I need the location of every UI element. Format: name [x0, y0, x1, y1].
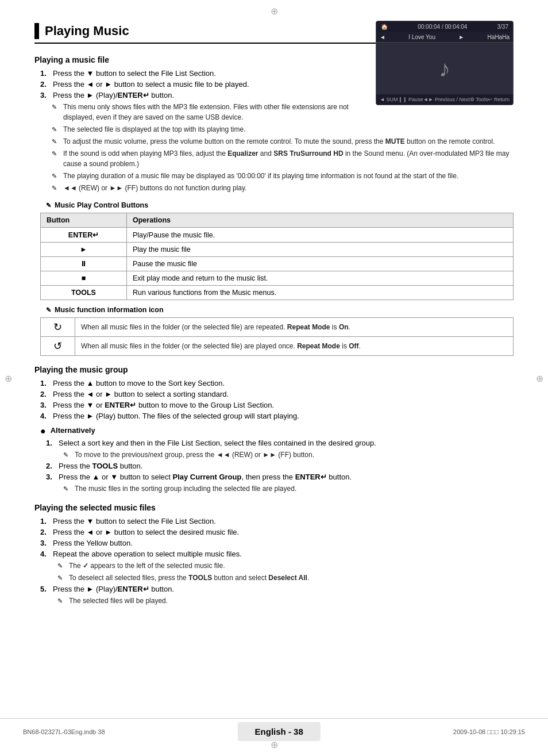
music-icon-table-header: ✎ Music function information icon	[46, 306, 514, 314]
alt-note-item-2: ✎ The music files in the sorting group i…	[63, 483, 514, 494]
screenshot-next-btn: ►	[458, 34, 464, 40]
sel-step-5-list: 5. Press the ► (Play)/ENTER↵ button.	[40, 585, 514, 593]
table-row: ► Play the music file	[41, 243, 514, 257]
page-title: Playing Music	[45, 24, 129, 39]
screenshot-song-title: I Love You	[408, 34, 435, 40]
alt-note-2: ✎ The music files in the sorting group i…	[63, 483, 514, 494]
screenshot-pause: ❙❙ Pause	[398, 97, 423, 102]
screenshot-sum: ◄ SUM	[380, 97, 398, 102]
alternatively-header: ● Alternatively	[40, 426, 514, 436]
table-row: ENTER↵ Play/Pause the music file.	[41, 228, 514, 243]
screenshot-return: ↩ Return	[488, 97, 510, 102]
screenshot-page: 3/37	[497, 24, 508, 30]
section-playing-selected-title: Playing the selected music files	[34, 503, 514, 512]
group-step-3: 3. Press the ▼ or ENTER↵ button to move …	[40, 401, 514, 409]
screenshot-home-icon: 🏠	[381, 24, 388, 30]
alt-step-3: 3. Press the ▲ or ▼ button to select Pla…	[46, 473, 514, 481]
right-crosshair-icon: ⊕	[536, 373, 543, 383]
music-note-icon: ♪	[439, 56, 450, 82]
alt-steps-2-3: 2. Press the TOOLS button. 3. Press the …	[46, 462, 514, 481]
screenshot-mockup: 🏠 00:00:04 / 00:04:04 3/37 ◄ I Love You …	[376, 21, 514, 105]
table-row: ⏸ Pause the music file	[41, 257, 514, 271]
header-accent-bar	[34, 23, 39, 39]
table-row: ↺ When all music files in the folder (or…	[41, 337, 514, 356]
playing-selected-steps: 1. Press the ▼ button to select the File…	[40, 517, 514, 558]
note-3: ✎ To adjust the music volume, press the …	[52, 136, 514, 147]
table-row: ↻ When all music files in the folder (or…	[41, 318, 514, 337]
step-2: 2. Press the ◄ or ► button to select a m…	[40, 80, 364, 89]
sel-note-4b: ✎ To deselect all selected files, press …	[57, 573, 514, 583]
sel-step-3: 3. Press the Yellow button.	[40, 539, 514, 547]
table-row: ■ Exit play mode and return to the music…	[41, 271, 514, 286]
note-2: ✎ The selected file is displayed at the …	[52, 124, 514, 135]
page-number: English - 38	[255, 727, 303, 736]
alternatively-steps: 1. Select a sort key and then in the Fil…	[46, 439, 514, 447]
sel-step-1: 1. Press the ▼ button to select the File…	[40, 517, 514, 525]
music-control-table-header: ✎ Music Play Control Buttons	[46, 201, 514, 209]
sel-step-5: 5. Press the ► (Play)/ENTER↵ button.	[40, 585, 514, 593]
screenshot-prev-btn: ◄	[380, 34, 385, 40]
playing-file-notes: ✎ This menu only shows files with the MP…	[52, 102, 514, 193]
section-playing-group-title: Playing the music group	[34, 365, 514, 374]
alternatively-label: Alternatively	[51, 426, 95, 436]
note-6: ✎ ◄◄ (REW) or ►► (FF) buttons do not fun…	[52, 183, 514, 193]
group-step-2: 2. Press the ◄ or ► button to select a s…	[40, 390, 514, 398]
page-number-box: English - 38	[238, 722, 321, 741]
top-crosshair-icon: ⊕	[271, 6, 278, 17]
col-button-header: Button	[41, 213, 127, 228]
music-icon-table: ↻ When all music files in the folder (or…	[40, 317, 514, 356]
alt-note-1: ✎ To move to the previous/next group, pr…	[63, 450, 514, 460]
screenshot-prev-next: ◄► Previous / Next	[423, 97, 470, 102]
table-row: TOOLS Run various functions from the Mus…	[41, 286, 514, 300]
footer-file-info: BN68-02327L-03Eng.indb 38	[23, 728, 105, 735]
page-footer: BN68-02327L-03Eng.indb 38 English - 38 2…	[0, 718, 548, 745]
playing-group-steps: 1. Press the ▲ button to move to the Sor…	[40, 379, 514, 420]
footer-date-info: 2009-10-08 □□□ 10:29:15	[453, 728, 525, 735]
left-crosshair-icon: ⊕	[5, 373, 12, 383]
screenshot-tools: ⚙ Tools	[470, 97, 488, 102]
screenshot-time: 00:00:04 / 00:04:04	[418, 24, 467, 30]
alt-note-item-1: ✎ To move to the previous/next group, pr…	[63, 450, 514, 460]
col-operations-header: Operations	[127, 213, 514, 228]
sel-step-2: 2. Press the ◄ or ► button to select the…	[40, 528, 514, 536]
note-4: ✎ If the sound is odd when playing MP3 f…	[52, 148, 514, 169]
music-control-table: Button Operations ENTER↵ Play/Pause the …	[40, 213, 514, 300]
sel-note-5a: ✎ The selected files will be played.	[57, 596, 514, 606]
note-5: ✎ The playing duration of a music file m…	[52, 171, 514, 181]
step-1: 1. Press the ▼ button to select the File…	[40, 69, 364, 78]
sel-note-5: ✎ The selected files will be played.	[57, 596, 514, 606]
sel-step-4: 4. Repeat the above operation to select …	[40, 550, 514, 558]
alt-step-2: 2. Press the TOOLS button.	[46, 462, 514, 470]
sel-notes-4: ✎ The ✓ appears to the left of the selec…	[57, 561, 514, 583]
alt-step-1: 1. Select a sort key and then in the Fil…	[46, 439, 514, 447]
sel-note-4a: ✎ The ✓ appears to the left of the selec…	[57, 561, 514, 571]
note-1: ✎ This menu only shows files with the MP…	[52, 102, 364, 122]
screenshot-artist: HaHaHa	[488, 34, 510, 40]
step-3: 3. Press the ► (Play)/ENTER↵ button.	[40, 91, 364, 99]
group-step-4: 4. Press the ► (Play) button. The files …	[40, 412, 514, 420]
group-step-1: 1. Press the ▲ button to move to the Sor…	[40, 379, 514, 387]
